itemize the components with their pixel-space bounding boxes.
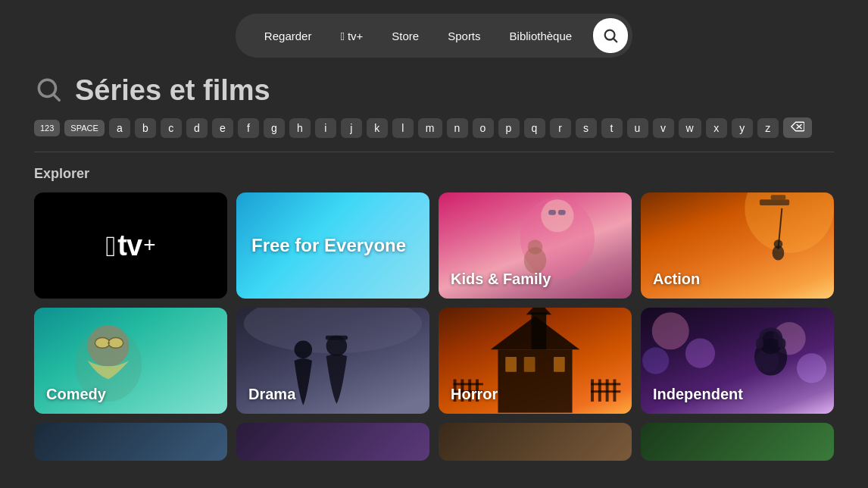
key-p[interactable]: p bbox=[498, 118, 520, 138]
svg-rect-29 bbox=[532, 312, 547, 349]
svg-rect-45 bbox=[591, 390, 620, 393]
card-kids-family[interactable]: Kids & Family bbox=[439, 192, 632, 299]
key-y[interactable]: y bbox=[732, 118, 753, 138]
svg-point-21 bbox=[108, 338, 123, 349]
card-independent[interactable]: Independent bbox=[641, 308, 834, 414]
svg-rect-14 bbox=[771, 195, 786, 199]
search-icon-large bbox=[34, 75, 63, 107]
card-label-kids: Kids & Family bbox=[451, 271, 551, 288]
search-header: Séries et films bbox=[0, 68, 868, 117]
genre-grid:  tv + Free for Everyone Kids & Family bbox=[0, 192, 868, 414]
nav-appletv-label: tv+ bbox=[348, 30, 363, 42]
svg-line-1 bbox=[614, 39, 617, 42]
key-m[interactable]: m bbox=[418, 118, 442, 138]
key-n[interactable]: n bbox=[447, 118, 468, 138]
key-o[interactable]: o bbox=[473, 118, 494, 138]
partial-card-4[interactable] bbox=[641, 423, 834, 461]
key-g[interactable]: g bbox=[264, 118, 285, 138]
key-i[interactable]: i bbox=[315, 118, 336, 138]
tv-text: tv bbox=[117, 230, 142, 262]
svg-point-24 bbox=[295, 341, 313, 359]
search-button[interactable] bbox=[593, 18, 628, 53]
svg-point-11 bbox=[528, 239, 543, 255]
card-action[interactable]: Action bbox=[641, 192, 834, 299]
card-label-action: Action bbox=[653, 271, 700, 288]
svg-line-3 bbox=[54, 95, 59, 100]
key-q[interactable]: q bbox=[524, 118, 545, 138]
key-k[interactable]: k bbox=[367, 118, 388, 138]
svg-point-48 bbox=[642, 347, 669, 374]
partial-card-2[interactable] bbox=[236, 423, 429, 461]
card-free-for-everyone[interactable]: Free for Everyone bbox=[236, 192, 429, 299]
svg-rect-26 bbox=[326, 336, 348, 340]
svg-marker-30 bbox=[526, 308, 551, 314]
partial-card-1[interactable] bbox=[34, 423, 227, 461]
section-divider bbox=[34, 152, 834, 152]
key-v[interactable]: v bbox=[653, 118, 674, 138]
key-r[interactable]: r bbox=[550, 118, 571, 138]
card-drama[interactable]: Drama bbox=[236, 308, 429, 414]
card-label-independent: Independent bbox=[653, 386, 743, 403]
nav-item-store[interactable]: Store bbox=[378, 24, 432, 48]
svg-point-50 bbox=[797, 353, 826, 383]
key-w[interactable]: w bbox=[679, 118, 701, 138]
explorer-label: Explorer bbox=[0, 166, 868, 192]
key-u[interactable]: u bbox=[627, 118, 648, 138]
key-d[interactable]: d bbox=[186, 118, 208, 138]
key-e[interactable]: e bbox=[212, 118, 233, 138]
card-horror[interactable]: Horror bbox=[439, 308, 632, 414]
partial-row bbox=[0, 414, 868, 461]
svg-rect-44 bbox=[591, 383, 620, 385]
key-f[interactable]: f bbox=[238, 118, 259, 138]
key-x[interactable]: x bbox=[706, 118, 727, 138]
key-a[interactable]: a bbox=[109, 118, 130, 138]
card-label-free: Free for Everyone bbox=[251, 235, 406, 257]
key-j[interactable]: j bbox=[341, 118, 362, 138]
card-label-comedy: Comedy bbox=[46, 386, 106, 403]
card-appletv-plus[interactable]:  tv + bbox=[34, 192, 227, 299]
svg-rect-33 bbox=[554, 357, 565, 372]
svg-point-17 bbox=[774, 239, 783, 249]
svg-point-47 bbox=[685, 339, 715, 368]
key-t[interactable]: t bbox=[601, 118, 623, 138]
svg-rect-42 bbox=[454, 383, 483, 385]
svg-point-20 bbox=[95, 338, 110, 349]
keyboard-row: 123 SPACE a b c d e f g h i j k l m n o … bbox=[0, 117, 868, 152]
key-z[interactable]: z bbox=[757, 118, 779, 138]
svg-rect-31 bbox=[505, 357, 517, 372]
nav-item-bibliotheque[interactable]: Bibliothèque bbox=[496, 24, 586, 48]
nav-item-appletv[interactable]:  tv+ bbox=[326, 24, 376, 48]
nav-item-sports[interactable]: Sports bbox=[434, 24, 494, 48]
search-title: Séries et films bbox=[75, 74, 270, 107]
key-s[interactable]: s bbox=[576, 118, 597, 138]
card-comedy[interactable]: Comedy bbox=[34, 308, 227, 414]
svg-point-46 bbox=[652, 312, 689, 349]
top-navigation: Regarder  tv+ Store Sports Bibliothèque bbox=[0, 0, 868, 68]
key-b[interactable]: b bbox=[135, 118, 156, 138]
svg-rect-9 bbox=[558, 210, 566, 215]
card-label-drama: Drama bbox=[248, 386, 295, 403]
appletv-logo:  tv + bbox=[105, 230, 155, 262]
key-l[interactable]: l bbox=[392, 118, 414, 138]
key-backspace[interactable] bbox=[783, 117, 812, 138]
key-123[interactable]: 123 bbox=[34, 120, 60, 136]
svg-rect-55 bbox=[778, 339, 785, 349]
nav-item-regarder[interactable]: Regarder bbox=[251, 24, 326, 48]
key-c[interactable]: c bbox=[161, 118, 182, 138]
partial-card-3[interactable] bbox=[439, 423, 632, 461]
svg-point-7 bbox=[541, 199, 573, 232]
svg-rect-32 bbox=[524, 357, 535, 372]
svg-rect-54 bbox=[756, 339, 763, 349]
plus-text: + bbox=[143, 233, 155, 257]
nav-bar: Regarder  tv+ Store Sports Bibliothèque bbox=[236, 14, 632, 58]
apple-symbol:  bbox=[105, 231, 116, 260]
key-space[interactable]: SPACE bbox=[64, 120, 104, 136]
card-label-horror: Horror bbox=[451, 386, 498, 403]
svg-rect-8 bbox=[548, 210, 556, 215]
apple-icon:  bbox=[340, 30, 344, 42]
key-h[interactable]: h bbox=[289, 118, 311, 138]
svg-rect-13 bbox=[760, 199, 789, 205]
